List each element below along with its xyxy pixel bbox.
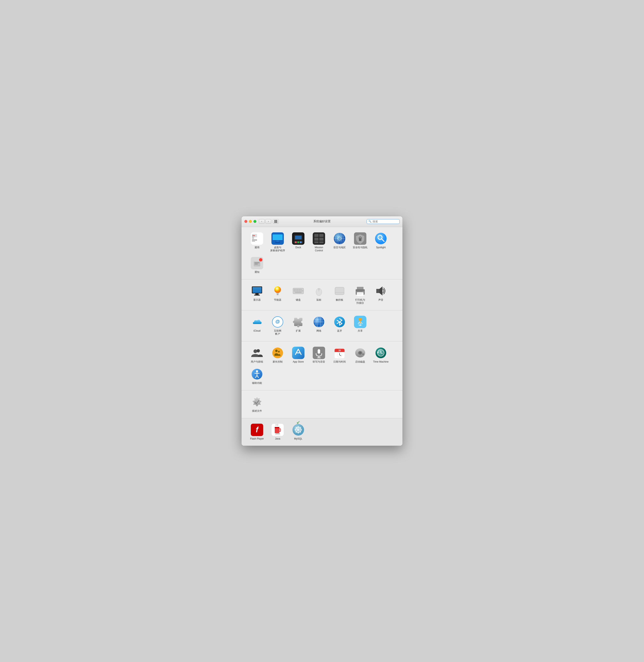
svg-point-17 xyxy=(300,241,302,243)
pref-dock[interactable]: Dock xyxy=(289,231,307,254)
svg-text:New: New xyxy=(252,236,254,238)
pref-icloud[interactable]: iCloud xyxy=(248,314,266,337)
pref-printer[interactable]: 打印机与 扫描仪 xyxy=(351,284,369,306)
pref-general[interactable]: File New One 通用 xyxy=(248,231,266,254)
pref-flash[interactable]: f Flash Player xyxy=(248,422,266,442)
keyboard-label: 键盘 xyxy=(296,299,301,302)
pref-dictation[interactable]: 听写与语音 xyxy=(309,346,328,365)
java-icon-img: JAVA xyxy=(271,424,284,436)
pref-display[interactable]: 显示器 xyxy=(248,284,266,306)
pref-extensions[interactable]: 扩展 xyxy=(289,314,307,337)
svg-text:18: 18 xyxy=(338,349,341,352)
section4-grid: 用户与群组 家长控制 xyxy=(248,346,396,386)
section2-grid: 显示器 xyxy=(248,284,396,306)
pref-sharing[interactable]: 共享 xyxy=(351,314,369,337)
pref-trackpad[interactable]: 触控板 xyxy=(330,284,349,306)
java-label: Java xyxy=(275,437,280,441)
datetime-label: 日期与时间 xyxy=(334,360,346,363)
network-label: 网络 xyxy=(317,329,321,333)
svg-rect-41 xyxy=(254,262,259,263)
trackpad-label: 触控板 xyxy=(336,299,343,302)
svg-rect-5 xyxy=(252,239,257,240)
flash-label: Flash Player xyxy=(250,437,264,441)
general-label: 通用 xyxy=(254,246,259,249)
pref-energy[interactable]: 节能器 xyxy=(268,284,287,306)
pref-internet[interactable]: @ 互联网 帐户 xyxy=(268,314,287,337)
language-icon xyxy=(334,232,346,245)
notification-label: 通知 xyxy=(254,270,259,274)
pref-profiles[interactable]: 描述文件 xyxy=(248,395,266,414)
pref-startup[interactable]: 启动磁盘 xyxy=(351,346,369,365)
mouse-label: 鼠标 xyxy=(317,299,321,302)
mouse-icon-img xyxy=(313,285,325,297)
pref-java[interactable]: JAVA Java xyxy=(268,422,287,442)
pref-network[interactable]: 网络 xyxy=(309,314,328,337)
svg-line-153 xyxy=(296,431,297,432)
svg-rect-61 xyxy=(294,290,295,291)
pref-datetime[interactable]: 18 日期与时间 xyxy=(330,346,349,365)
search-icon: 🔍 xyxy=(368,220,371,223)
svg-rect-25 xyxy=(314,241,319,243)
users-icon-img xyxy=(251,347,263,359)
forward-button[interactable]: › xyxy=(266,219,271,224)
pref-users[interactable]: 用户与群组 xyxy=(248,346,266,365)
svg-rect-7 xyxy=(252,241,255,241)
pref-timemachine[interactable]: Time Machine xyxy=(371,346,390,365)
section5-grid: 描述文件 xyxy=(248,395,396,414)
dictation-icon-img xyxy=(313,347,325,359)
svg-rect-52 xyxy=(277,294,278,295)
svg-point-43 xyxy=(259,258,262,261)
pref-accessibility[interactable]: 辅助功能 xyxy=(248,367,266,386)
energy-icon-img xyxy=(271,285,284,297)
pref-security[interactable]: 安全性与隐私 xyxy=(351,231,369,254)
pref-mysql[interactable]: ↙ xyxy=(289,422,307,442)
nav-buttons: ‹ › xyxy=(259,219,271,224)
pref-sound[interactable]: 声音 xyxy=(371,284,390,306)
section-internet: iCloud @ 互联网 帐户 xyxy=(242,310,402,341)
pref-appstore[interactable]: App Store xyxy=(289,346,307,365)
bluetooth-icon-img xyxy=(334,316,346,328)
svg-rect-59 xyxy=(299,289,300,290)
svg-rect-58 xyxy=(297,289,298,290)
internet-label: 互联网 帐户 xyxy=(274,329,281,336)
search-box[interactable]: 🔍 xyxy=(367,219,399,224)
svg-rect-21 xyxy=(314,234,319,237)
svg-point-123 xyxy=(360,352,361,354)
section-thirdparty: f Flash Player xyxy=(242,418,402,446)
appstore-label: App Store xyxy=(293,360,304,363)
svg-point-71 xyxy=(318,289,320,290)
parental-label: 家长控制 xyxy=(273,360,282,363)
pref-mouse[interactable]: 鼠标 xyxy=(309,284,328,306)
grid-view-button[interactable] xyxy=(273,219,279,224)
pref-bluetooth[interactable]: 蓝牙 xyxy=(330,314,349,337)
minimize-button[interactable] xyxy=(249,220,252,223)
svg-text:File: File xyxy=(252,235,255,236)
svg-rect-57 xyxy=(295,289,297,290)
svg-text:@: @ xyxy=(275,319,280,324)
pref-mission[interactable]: Mission Control xyxy=(309,231,328,254)
section6-grid: f Flash Player xyxy=(248,422,396,442)
keyboard-icon-img xyxy=(292,285,304,297)
pref-desktop[interactable]: 桌面与 屏幕保护程序 xyxy=(268,231,287,254)
grid-icon xyxy=(274,220,277,223)
back-button[interactable]: ‹ xyxy=(259,219,264,224)
window-title: 系统偏好设置 xyxy=(313,219,331,223)
timemachine-icon-img xyxy=(375,347,387,359)
content-area: File New One 通用 xyxy=(242,227,402,446)
pref-language[interactable]: 语言与地区 xyxy=(330,231,349,254)
section-hardware: 显示器 xyxy=(242,279,402,310)
search-input[interactable] xyxy=(373,220,398,223)
pref-spotlight[interactable]: Spotlight xyxy=(371,231,390,254)
svg-point-145 xyxy=(297,429,299,431)
spotlight-label: Spotlight xyxy=(376,246,386,249)
pref-notification[interactable]: 通知 xyxy=(248,256,266,275)
language-label: 语言与地区 xyxy=(334,246,346,249)
close-button[interactable] xyxy=(245,220,247,223)
pref-parental[interactable]: 家长控制 xyxy=(268,346,287,365)
maximize-button[interactable] xyxy=(253,220,256,223)
svg-line-150 xyxy=(296,428,297,428)
dictation-label: 听写与语音 xyxy=(313,360,325,363)
svg-rect-9 xyxy=(273,234,282,241)
pref-keyboard[interactable]: 键盘 xyxy=(289,284,307,306)
sound-label: 声音 xyxy=(378,299,383,302)
